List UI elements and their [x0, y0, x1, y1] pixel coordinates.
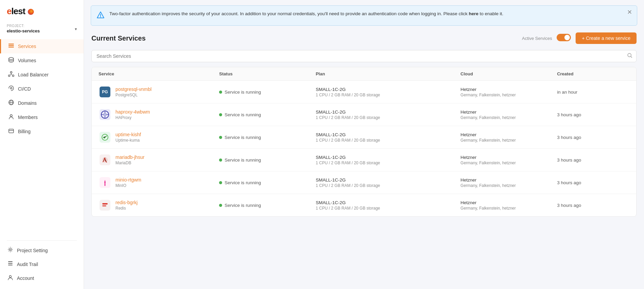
cloud-detail-haproxy: Germany, Falkenstein, hetzner	[460, 115, 557, 120]
cloud-cell-postgresql: Hetzner Germany, Falkenstein, hetzner	[460, 87, 557, 97]
plan-name-mariadb: SMALL-1C-2G	[316, 155, 460, 160]
plan-detail-postgresql: 1 CPU / 2 GB RAM / 20 GB storage	[316, 93, 460, 97]
table-row[interactable]: redis-bgrkj Redis Service is running SMA…	[92, 194, 636, 216]
sidebar-item-billing-label: Billing	[18, 129, 30, 134]
plan-detail-redis: 1 CPU / 2 GB RAM / 20 GB storage	[316, 206, 460, 211]
sidebar-item-cicd-label: CI/CD	[18, 86, 31, 92]
service-name-postgresql[interactable]: postgresql-vnmbl	[115, 87, 152, 92]
sidebar-item-volumes[interactable]: Volumes	[0, 53, 84, 68]
status-cell-minio: Service is running	[219, 180, 316, 185]
status-dot-redis	[219, 204, 222, 207]
plan-cell-haproxy: SMALL-1C-2G 1 CPU / 2 GB RAM / 20 GB sto…	[316, 110, 460, 120]
services-icon	[8, 43, 15, 50]
plan-name-redis: SMALL-1C-2G	[316, 200, 460, 205]
table-row[interactable]: haproxy-4wbwm HAProxy Service is running…	[92, 103, 636, 126]
created-cell-haproxy: 3 hours ago	[557, 112, 629, 117]
service-type-haproxy: HAProxy	[115, 115, 150, 120]
sidebar-nav: Services Volumes Load Balancer CI/CD Dom…	[0, 38, 84, 235]
sidebar-item-services[interactable]: Services	[0, 39, 84, 53]
service-cell-uptime: uptime-kishf Uptime-kuma	[99, 131, 219, 144]
cloud-detail-uptime: Germany, Falkenstein, hetzner	[460, 138, 557, 143]
table-body: PG postgresql-vnmbl PostgreSQL Service i…	[92, 81, 636, 216]
banner-link[interactable]: here	[469, 11, 478, 16]
table-row[interactable]: PG postgresql-vnmbl PostgreSQL Service i…	[92, 81, 636, 103]
service-icon-redis	[99, 199, 111, 212]
sidebar: elest PROJECT: elestio-services ▾ Servic…	[0, 0, 84, 289]
table-row[interactable]: uptime-kishf Uptime-kuma Service is runn…	[92, 126, 636, 149]
service-icon-minio	[99, 176, 111, 189]
sidebar-item-load-balancer[interactable]: Load Balancer	[0, 68, 84, 82]
sidebar-item-project-setting[interactable]: Project Setting	[0, 243, 84, 257]
svg-point-4	[10, 72, 12, 73]
cloud-cell-redis: Hetzner Germany, Falkenstein, hetzner	[460, 200, 557, 211]
sidebar-item-domains[interactable]: Domains	[0, 96, 84, 110]
table-row[interactable]: minio-rtgwm MinIO Service is running SMA…	[92, 171, 636, 194]
active-services-label: Active Services	[522, 36, 552, 41]
sidebar-item-volumes-label: Volumes	[18, 58, 36, 63]
plan-cell-minio: SMALL-1C-2G 1 CPU / 2 GB RAM / 20 GB sto…	[316, 177, 460, 188]
toggle-slider	[557, 34, 571, 41]
table-row[interactable]: mariadb-jhsur MariaDB Service is running…	[92, 149, 636, 171]
account-icon	[7, 274, 14, 282]
sidebar-bottom: Project Setting Audit Trail Account	[0, 235, 84, 289]
sidebar-item-members[interactable]: Members	[0, 110, 84, 124]
service-cell-mariadb: mariadb-jhsur MariaDB	[99, 153, 219, 166]
svg-point-22	[103, 113, 107, 116]
status-dot-haproxy	[219, 113, 222, 116]
domains-icon	[8, 99, 15, 107]
sidebar-item-billing[interactable]: Billing	[0, 124, 84, 139]
svg-rect-1	[8, 45, 14, 46]
svg-rect-0	[8, 44, 14, 45]
plan-cell-mariadb: SMALL-1C-2G 1 CPU / 2 GB RAM / 20 GB sto…	[316, 155, 460, 165]
banner-close-button[interactable]: ✕	[627, 9, 632, 15]
svg-rect-11	[9, 129, 14, 133]
main-content: Two-factor authentication improves the s…	[84, 0, 644, 289]
plan-cell-postgresql: SMALL-1C-2G 1 CPU / 2 GB RAM / 20 GB sto…	[316, 87, 460, 97]
banner-text: Two-factor authentication improves the s…	[109, 10, 631, 17]
service-name-redis[interactable]: redis-bgrkj	[115, 200, 137, 205]
svg-point-12	[9, 249, 11, 250]
search-input[interactable]	[91, 50, 637, 62]
project-name: elestio-services	[7, 28, 40, 33]
svg-rect-29	[102, 205, 106, 207]
cloud-name-minio: Hetzner	[460, 177, 557, 183]
audit-trail-icon	[7, 261, 14, 268]
plan-detail-uptime: 1 CPU / 2 GB RAM / 20 GB storage	[316, 138, 460, 143]
svg-point-6	[13, 75, 14, 77]
plan-name-minio: SMALL-1C-2G	[316, 177, 460, 183]
warning-icon	[96, 11, 105, 21]
active-services-toggle[interactable]	[557, 34, 571, 43]
service-cell-haproxy: haproxy-4wbwm HAProxy	[99, 108, 219, 121]
service-name-minio[interactable]: minio-rtgwm	[115, 177, 141, 183]
status-text-postgresql: Service is running	[224, 90, 261, 95]
created-cell-uptime: 3 hours ago	[557, 135, 629, 140]
col-status: Status	[219, 71, 316, 76]
table-header: Service Status Plan Cloud Created	[92, 67, 636, 81]
status-text-uptime: Service is running	[224, 135, 261, 140]
status-dot-uptime	[219, 136, 222, 139]
create-service-button[interactable]: + Create a new service	[576, 32, 637, 44]
sidebar-item-audit-trail[interactable]: Audit Trail	[0, 257, 84, 271]
sidebar-item-services-label: Services	[18, 44, 36, 49]
members-icon	[8, 114, 15, 121]
volumes-icon	[8, 57, 15, 64]
sidebar-item-cicd[interactable]: CI/CD	[0, 82, 84, 96]
service-name-uptime[interactable]: uptime-kishf	[115, 132, 141, 137]
svg-text:PG: PG	[102, 90, 108, 94]
cloud-name-mariadb: Hetzner	[460, 155, 557, 160]
service-name-haproxy[interactable]: haproxy-4wbwm	[115, 109, 150, 115]
svg-point-7	[10, 88, 12, 89]
col-cloud: Cloud	[460, 71, 557, 76]
project-selector[interactable]: PROJECT: elestio-services ▾	[0, 21, 84, 38]
service-cell-redis: redis-bgrkj Redis	[99, 199, 219, 212]
created-cell-minio: 3 hours ago	[557, 180, 629, 185]
cloud-name-postgresql: Hetzner	[460, 87, 557, 92]
sidebar-item-account[interactable]: Account	[0, 271, 84, 285]
cloud-cell-haproxy: Hetzner Germany, Falkenstein, hetzner	[460, 110, 557, 120]
search-button[interactable]	[627, 53, 632, 59]
service-type-mariadb: MariaDB	[115, 161, 145, 165]
created-cell-mariadb: 3 hours ago	[557, 158, 629, 163]
page-header: Current Services Active Services + Creat…	[84, 26, 644, 47]
service-name-mariadb[interactable]: mariadb-jhsur	[115, 154, 145, 160]
svg-rect-14	[8, 263, 13, 264]
